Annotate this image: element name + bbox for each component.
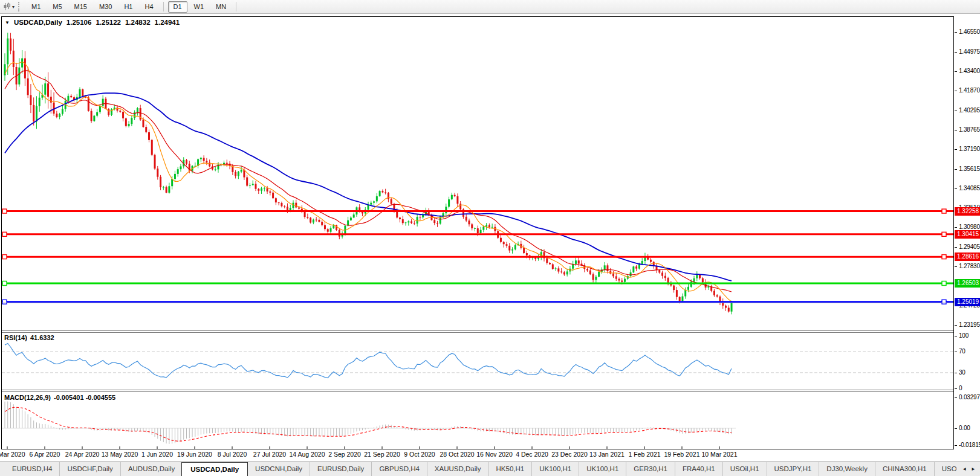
price-tick-mark bbox=[955, 32, 957, 33]
timeframe-button-m1[interactable]: M1 bbox=[26, 1, 46, 13]
rsi-tick-label: 30 bbox=[959, 369, 965, 376]
timeframe-button-h4[interactable]: H4 bbox=[139, 1, 158, 13]
macd-tick-mark bbox=[955, 428, 957, 429]
candlestick-glyph bbox=[3, 2, 11, 11]
date-tick-label: 1 Jun 2020 bbox=[141, 451, 173, 458]
ohlc-low: 1.24832 bbox=[125, 19, 151, 26]
date-tick-label: 13 Jan 2021 bbox=[589, 451, 625, 458]
date-tick-label: 16 Nov 2020 bbox=[476, 451, 513, 458]
toolbar-grip[interactable] bbox=[18, 2, 21, 11]
rsi-tick-mark bbox=[955, 373, 957, 373]
rsi-tick-label: 70 bbox=[959, 348, 965, 355]
symbol-tab-usdcad-daily[interactable]: USDCAD,Daily bbox=[181, 462, 248, 476]
price-tick-mark bbox=[955, 130, 957, 130]
date-tick-label: 27 Jul 2020 bbox=[253, 451, 286, 458]
symbol-tab-uk100-h1[interactable]: UK100,H1 bbox=[579, 462, 626, 476]
price-scale[interactable]: 1.465501.449751.434001.418701.402951.387… bbox=[955, 16, 980, 463]
price-tick-mark bbox=[955, 91, 957, 91]
timeframe-button-d1[interactable]: D1 bbox=[168, 1, 187, 13]
symbol-tab-uk100-h1[interactable]: UK100,H1 bbox=[531, 462, 579, 476]
symbol-tab-usoil-h1[interactable]: USOil,H1 bbox=[722, 462, 767, 476]
symbol-tab-audusd-daily[interactable]: AUDUSD,Daily bbox=[120, 462, 182, 476]
symbol-tab-eurusd-daily[interactable]: EURUSD,Daily bbox=[310, 462, 371, 476]
tab-scroll-arrows: ◄ ► bbox=[956, 462, 980, 476]
date-axis[interactable]: 18 Mar 20206 Apr 202024 Apr 202013 May 2… bbox=[1, 451, 954, 460]
price-tick-label: 1.35615 bbox=[959, 166, 980, 172]
symbol-tab-gbpusd-h4[interactable]: GBPUSD,H4 bbox=[371, 462, 426, 476]
symbol-tab-usdjpy-h1[interactable]: USDJPY,H1 bbox=[767, 462, 819, 476]
price-level-flag: 1.26503 bbox=[955, 279, 980, 288]
symbol-tab-eurusd-h4[interactable]: EURUSD,H4 bbox=[5, 462, 59, 476]
symbol-tab-fra40-h1[interactable]: FRA40,H1 bbox=[675, 462, 722, 476]
price-tick-label: 1.43400 bbox=[959, 68, 980, 74]
price-tick-mark bbox=[955, 149, 957, 150]
chart-type-icon[interactable] bbox=[3, 2, 11, 11]
date-tick-label: 28 Oct 2020 bbox=[440, 451, 474, 458]
date-tick-label: 23 Dec 2020 bbox=[551, 451, 588, 458]
tab-scroll-left-icon[interactable]: ◄ bbox=[962, 466, 967, 472]
date-tick-label: 8 Jul 2020 bbox=[218, 451, 247, 458]
price-tick-label: 1.41870 bbox=[959, 87, 980, 94]
price-tick-label: 1.44975 bbox=[959, 48, 980, 55]
ohlc-open: 1.25106 bbox=[67, 19, 92, 26]
symbol-tab-usdcnh-daily[interactable]: USDCNH,Daily bbox=[247, 462, 310, 476]
macd-tick-mark bbox=[955, 445, 957, 446]
date-tick-label: 13 May 2020 bbox=[102, 451, 138, 458]
date-tick-label: 18 Mar 2020 bbox=[0, 451, 25, 458]
price-level-flag: 1.25019 bbox=[955, 298, 980, 306]
price-level-flag: 1.28616 bbox=[955, 252, 980, 261]
macd-name: MACD(12,26,9) bbox=[4, 394, 51, 401]
chevron-down-icon[interactable]: ▾ bbox=[12, 4, 15, 10]
rsi-indicator-label: RSI(14)41.6332 bbox=[4, 334, 54, 341]
price-tick-mark bbox=[955, 325, 957, 326]
date-tick-label: 6 Apr 2020 bbox=[30, 451, 60, 458]
top-toolbar: ▾ M1M5M15M30H1H4D1W1MN bbox=[0, 0, 980, 14]
price-level-flag: 1.32258 bbox=[955, 207, 980, 216]
toolbar-separator bbox=[236, 2, 236, 11]
timeframe-button-mn[interactable]: MN bbox=[210, 1, 232, 13]
rsi-tick-mark bbox=[955, 336, 957, 336]
timeframe-button-m15[interactable]: M15 bbox=[69, 1, 92, 13]
price-tick-mark bbox=[955, 111, 957, 111]
price-tick-mark bbox=[955, 266, 957, 267]
price-level-flag: 1.30415 bbox=[955, 230, 980, 239]
symbol-tab-hk50-h1[interactable]: HK50,H1 bbox=[488, 462, 532, 476]
rsi-tick-label: 0 bbox=[959, 385, 962, 391]
macd-values: -0.005401 -0.004555 bbox=[54, 394, 115, 401]
rsi-tick-label: 100 bbox=[959, 332, 969, 339]
price-tick-label: 1.29405 bbox=[959, 243, 980, 250]
tab-scroll-right-icon[interactable]: ► bbox=[971, 466, 976, 472]
symbol-tab-dj30-weekly[interactable]: DJ30,Weekly bbox=[819, 462, 875, 476]
date-tick-label: 19 Feb 2021 bbox=[664, 451, 700, 458]
price-tick-label: 1.30980 bbox=[959, 224, 980, 230]
price-tick-label: 1.34085 bbox=[959, 185, 980, 191]
rsi-value: 41.6332 bbox=[30, 334, 54, 341]
chart-plot-area[interactable] bbox=[1, 16, 954, 449]
price-tick-mark bbox=[955, 169, 957, 170]
date-tick-label: 2 Sep 2020 bbox=[328, 451, 361, 458]
rsi-tick-mark bbox=[955, 388, 957, 389]
timeframe-button-h1[interactable]: H1 bbox=[118, 1, 138, 13]
date-tick-label: 14 Aug 2020 bbox=[290, 451, 325, 458]
date-tick-label: 1 Feb 2021 bbox=[628, 451, 660, 458]
timeframe-button-m5[interactable]: M5 bbox=[47, 1, 67, 13]
date-tick-label: 10 Mar 2021 bbox=[702, 451, 738, 458]
timeframe-button-m30[interactable]: M30 bbox=[94, 1, 117, 13]
date-tick-label: 21 Sep 2020 bbox=[364, 451, 400, 458]
macd-tick-label: 0.00 bbox=[959, 425, 970, 431]
date-tick-label: 24 Apr 2020 bbox=[65, 451, 100, 458]
rsi-name: RSI(14) bbox=[4, 334, 27, 341]
date-tick-label: 4 Dec 2020 bbox=[516, 451, 548, 458]
price-tick-mark bbox=[955, 247, 957, 248]
collapse-triangle-icon[interactable]: ▼ bbox=[5, 20, 10, 25]
timeframe-button-w1[interactable]: W1 bbox=[189, 1, 210, 13]
symbol-tab-xauusd-daily[interactable]: XAUUSD,Daily bbox=[427, 462, 488, 476]
symbol-tab-ger30-h1[interactable]: GER30,H1 bbox=[626, 462, 675, 476]
symbol-tab-china300-h1[interactable]: CHINA300,H1 bbox=[875, 462, 934, 476]
ohlc-high: 1.25122 bbox=[96, 19, 121, 26]
rsi-tick-mark bbox=[955, 352, 957, 352]
timeframe-button-group: M1M5M15M30H1H4D1W1MN bbox=[25, 1, 240, 13]
symbol-tab-usdchf-daily[interactable]: USDCHF,Daily bbox=[59, 462, 120, 476]
price-tick-label: 1.27830 bbox=[959, 263, 980, 269]
price-tick-label: 1.40295 bbox=[959, 107, 980, 114]
